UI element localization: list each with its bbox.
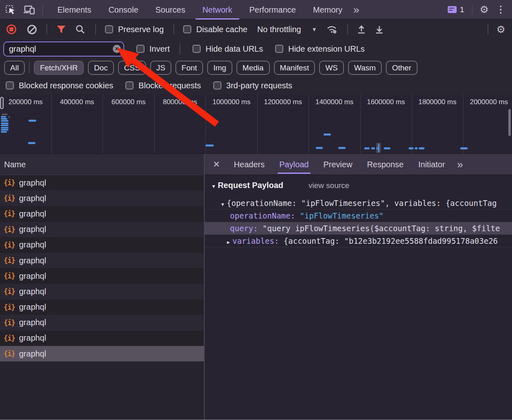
network-request-row[interactable]: {i}graphql xyxy=(0,206,204,221)
request-name: graphql xyxy=(19,302,46,312)
network-conditions-button[interactable] xyxy=(326,24,337,34)
blocked-response-cookies-checkbox[interactable]: Blocked response cookies xyxy=(6,81,113,90)
disable-cache-checkbox[interactable]: Disable cache xyxy=(183,25,247,34)
preserve-log-checkbox[interactable]: Preserve log xyxy=(105,25,164,34)
devtools-window: Elements Console Sources Network Perform… xyxy=(0,0,512,420)
network-request-row[interactable]: {i}graphql xyxy=(0,222,204,237)
throttling-dropdown[interactable]: No throttling ▼ xyxy=(257,25,317,34)
preserve-log-label: Preserve log xyxy=(118,25,164,34)
kebab-menu-icon[interactable]: ⋮ xyxy=(496,4,505,15)
payload-row-variables[interactable]: ▶variables: {accountTag: "b12e3b2192ee55… xyxy=(205,235,512,247)
network-request-row[interactable]: {i}graphql xyxy=(0,284,204,299)
more-details-tabs-icon[interactable]: » xyxy=(455,159,465,170)
timeline-request-mark xyxy=(371,147,375,149)
checkbox xyxy=(183,25,191,33)
chip-manifest[interactable]: Manifest xyxy=(274,61,315,75)
details-tab-bar: ✕ Headers Payload Preview Response Initi… xyxy=(205,154,512,175)
request-name: graphql xyxy=(19,271,46,281)
tab-response[interactable]: Response xyxy=(360,154,411,175)
request-name: graphql xyxy=(19,256,46,265)
device-toolbar-icon[interactable] xyxy=(23,4,36,15)
chip-css[interactable]: CSS xyxy=(118,61,146,75)
checkbox xyxy=(105,25,113,33)
chip-media[interactable]: Media xyxy=(236,61,270,75)
network-request-row[interactable]: {i}graphql xyxy=(0,175,204,190)
network-request-row[interactable]: {i}graphql xyxy=(0,268,204,284)
timeline-request-mark xyxy=(415,147,418,149)
settings-gear-icon[interactable]: ⚙ xyxy=(480,4,489,15)
inspect-element-icon[interactable] xyxy=(5,4,16,15)
tab-headers[interactable]: Headers xyxy=(227,154,272,175)
view-source-link[interactable]: view source xyxy=(309,181,349,190)
chip-ws[interactable]: WS xyxy=(319,61,344,75)
divider xyxy=(179,44,180,54)
blocked-filters-row: Blocked response cookies Blocked request… xyxy=(0,77,512,94)
tab-elements[interactable]: Elements xyxy=(49,0,100,20)
timeline-grip-handle[interactable] xyxy=(0,97,4,109)
timeline-request-mark xyxy=(338,147,346,149)
clear-network-log-button[interactable] xyxy=(27,25,37,34)
tab-console[interactable]: Console xyxy=(100,0,147,20)
collapse-node-icon[interactable]: ▼ xyxy=(219,198,227,210)
chip-js[interactable]: JS xyxy=(150,61,171,75)
request-name: graphql xyxy=(19,333,46,343)
filter-input[interactable] xyxy=(3,42,124,57)
network-request-row[interactable]: {i}graphql xyxy=(0,300,204,315)
search-button[interactable] xyxy=(75,24,85,35)
hide-extension-urls-checkbox[interactable]: Hide extension URLs xyxy=(275,44,365,54)
third-party-requests-checkbox[interactable]: 3rd-party requests xyxy=(213,81,292,90)
close-details-icon[interactable]: ✕ xyxy=(205,160,227,169)
tab-initiator[interactable]: Initiator xyxy=(411,154,453,175)
json-request-icon: {i} xyxy=(4,287,15,295)
timeline-column: 600000 ms xyxy=(103,94,155,153)
chip-wasm[interactable]: Wasm xyxy=(348,61,382,75)
collapse-section-icon[interactable]: ▼ xyxy=(211,184,216,189)
tab-performance[interactable]: Performance xyxy=(241,0,305,20)
network-overview-timeline[interactable]: 200000 ms400000 ms600000 ms800000 ms1000… xyxy=(0,94,512,154)
clear-filter-icon[interactable]: ✕ xyxy=(113,45,121,53)
request-name: graphql xyxy=(19,194,46,203)
network-request-row[interactable]: {i}graphql xyxy=(0,237,204,253)
tab-payload[interactable]: Payload xyxy=(272,154,316,175)
export-har-button[interactable] xyxy=(375,24,384,34)
name-column-header[interactable]: Name xyxy=(0,154,204,175)
request-name: graphql xyxy=(19,209,46,219)
expand-node-icon[interactable]: ▶ xyxy=(224,236,232,247)
payload-row-query[interactable]: query: "query ipFlowTimeseries($accountT… xyxy=(205,222,512,235)
request-payload-view: ▼ Request Payload view source ▼{operatio… xyxy=(205,175,512,247)
chip-all[interactable]: All xyxy=(4,61,25,75)
network-request-row[interactable]: {i}graphql xyxy=(0,330,204,346)
payload-root-row[interactable]: ▼{operationName: "ipFlowTimeseries", var… xyxy=(205,197,512,210)
blocked-requests-checkbox[interactable]: Blocked requests xyxy=(125,81,201,90)
tab-network[interactable]: Network xyxy=(194,0,241,20)
network-request-row[interactable]: {i}graphql xyxy=(0,253,204,268)
chip-font[interactable]: Font xyxy=(175,61,203,75)
timeline-request-mark xyxy=(1,131,7,133)
chip-fetch-xhr[interactable]: Fetch/XHR xyxy=(34,61,84,75)
timeline-request-mark xyxy=(206,144,214,147)
timeline-request-mark xyxy=(324,133,331,136)
network-request-row[interactable]: {i}graphql xyxy=(0,346,204,361)
hide-data-urls-checkbox[interactable]: Hide data URLs xyxy=(193,44,263,54)
json-request-icon: {i} xyxy=(4,179,15,187)
timeline-tick-label: 200000 ms xyxy=(0,98,51,106)
chip-doc[interactable]: Doc xyxy=(88,61,114,75)
chip-other[interactable]: Other xyxy=(386,61,418,75)
network-settings-gear-icon[interactable]: ⚙ xyxy=(497,24,505,35)
import-har-button[interactable] xyxy=(357,24,366,34)
more-tabs-icon[interactable]: » xyxy=(351,4,361,15)
filter-toggle-button[interactable] xyxy=(56,25,66,34)
tab-memory[interactable]: Memory xyxy=(304,0,351,20)
tab-preview[interactable]: Preview xyxy=(316,154,360,175)
issues-counter[interactable]: 1 xyxy=(448,5,464,14)
payload-row-operation-name[interactable]: operationName: "ipFlowTimeseries" xyxy=(205,210,512,222)
resource-type-filter-row: All Fetch/XHR Doc CSS JS Font Img Media … xyxy=(0,59,512,77)
invert-checkbox[interactable]: Invert xyxy=(136,44,170,54)
chip-img[interactable]: Img xyxy=(207,61,232,75)
timeline-scrollbar[interactable] xyxy=(508,109,511,136)
record-network-log-button[interactable] xyxy=(7,24,16,34)
network-request-row[interactable]: {i}graphql xyxy=(0,315,204,330)
network-request-row[interactable]: {i}graphql xyxy=(0,190,204,206)
tab-sources[interactable]: Sources xyxy=(147,0,194,20)
request-name: graphql xyxy=(19,318,46,327)
